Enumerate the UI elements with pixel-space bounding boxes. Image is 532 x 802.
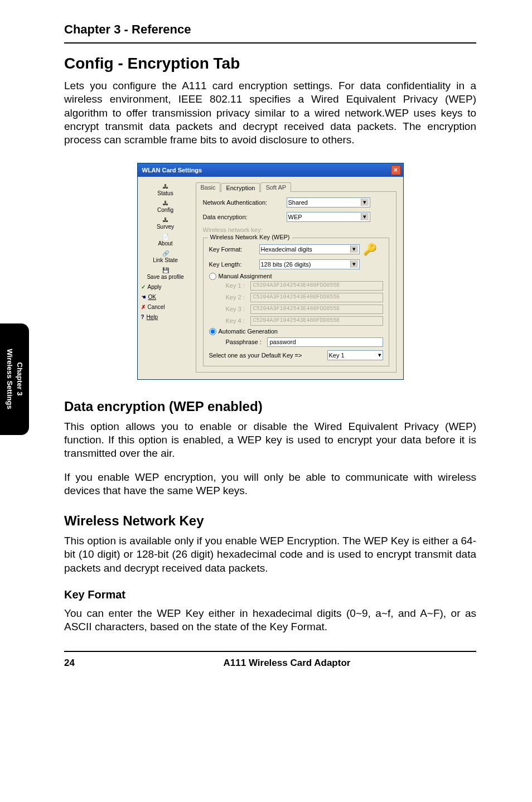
page-title: Config - Encryption Tab [64, 55, 476, 73]
key2-input: C5204A3F1042543E480FDD855E [250, 293, 383, 302]
header-divider [64, 42, 476, 44]
dialog-figure: WLAN Card Settings × 🖧 Status 🖧 Config 🖧 [64, 163, 476, 380]
sidebar-item-apply[interactable]: ✓ Apply [141, 283, 190, 291]
chevron-down-icon: ▾ [378, 351, 381, 359]
pass-label: Passphrase : [226, 339, 267, 345]
sidebar-label-status: Status [157, 190, 173, 196]
survey-icon: 🖧 [163, 217, 168, 223]
wlan-settings-dialog: WLAN Card Settings × 🖧 Status 🖧 Config 🖧 [137, 163, 404, 380]
window-title: WLAN Card Settings [142, 167, 391, 173]
sidebar-item-help[interactable]: ? Help [141, 313, 190, 321]
sidebar-label-about: About [158, 240, 172, 247]
titlebar[interactable]: WLAN Card Settings × [138, 163, 403, 177]
key-format-label: Key Format: [209, 246, 259, 253]
key-format-p: You can enter the WEP Key either in hexa… [64, 607, 476, 634]
chevron-down-icon: ▾ [361, 213, 369, 220]
save-icon: 💾 [162, 267, 169, 273]
net-auth-select[interactable]: Shared ▾ [287, 197, 370, 207]
apply-icon: ✓ [141, 284, 146, 290]
sidebar-item-config[interactable]: 🖧 Config [141, 199, 190, 214]
sidebar-label-save: Save as profile [147, 274, 183, 280]
key3-label: Key 3 : [226, 306, 250, 312]
manual-radio-row[interactable]: Manual Assignment [209, 273, 383, 280]
data-enc-select[interactable]: WEP ▾ [287, 212, 370, 222]
data-enc-label: Data encryption: [203, 214, 287, 220]
data-enc-p2: If you enable WEP encryption, you will o… [64, 471, 476, 498]
config-icon: 🖧 [163, 200, 168, 206]
heading-wnk: Wireless Network Key [64, 513, 476, 529]
side-tab: Chapter 3 Wireless Settings [0, 323, 29, 435]
chevron-down-icon: ▾ [350, 245, 358, 253]
key1-label: Key 1 : [226, 282, 250, 289]
help-icon: ? [141, 314, 144, 320]
cancel-icon: ✗ [141, 304, 146, 310]
sidebar-item-about[interactable]: 📄 About [141, 233, 190, 248]
sidebar-item-survey[interactable]: 🖧 Survey [141, 216, 190, 231]
sidebar-item-ok[interactable]: ☚ OK [141, 293, 190, 301]
about-icon: 📄 [162, 234, 169, 240]
close-icon: × [394, 166, 398, 174]
tab-strip: Basic Encryption Soft AP [196, 182, 396, 192]
footer-bar: 24 A111 Wireless Card Adaptor [64, 651, 476, 669]
tab-encryption[interactable]: Encryption [221, 183, 260, 192]
key2-label: Key 2 : [226, 294, 250, 301]
key4-input: C5204A3F1042543E480FDD855E [250, 316, 383, 326]
wnk-disabled-label: Wireless network key: [203, 226, 287, 233]
wep-legend: Wireless Network Key (WEP) [208, 234, 292, 240]
status-icon: 🖧 [163, 183, 168, 190]
pass-input[interactable]: password [267, 337, 383, 347]
key-format-select[interactable]: Hexadecimal digits ▾ [259, 244, 360, 254]
key3-input: C5204A3F1042543E480FDD855E [250, 305, 383, 314]
key-length-label: Key Length: [209, 261, 259, 268]
sidebar-label-ok: OK [148, 294, 156, 300]
key-length-select[interactable]: 128 bits (26 digits) ▾ [259, 259, 360, 269]
manual-radio[interactable] [209, 273, 216, 280]
tab-basic[interactable]: Basic [196, 182, 221, 192]
key-format-value: Hexadecimal digits [261, 246, 312, 253]
manual-label: Manual Assignment [219, 273, 272, 279]
sidebar-label-survey: Survey [157, 224, 174, 230]
key1-input: C5204A3F1042543E480FDD855E [250, 281, 383, 291]
page-number: 24 [64, 658, 98, 669]
default-key-value: Key 1 [329, 352, 345, 359]
default-key-label: Select one as your Default Key => [209, 352, 327, 359]
auto-label: Automatic Generation [219, 328, 278, 335]
sidebar-label-linkstate: Link State [153, 257, 177, 263]
sidebar-label-config: Config [157, 207, 173, 213]
sidebar-item-save[interactable]: 💾 Save as profile [141, 266, 190, 281]
dialog-sidebar: 🖧 Status 🖧 Config 🖧 Survey 📄 About [141, 180, 190, 376]
chevron-down-icon: ▾ [350, 260, 358, 268]
side-tab-text: Chapter 3 Wireless Settings [4, 349, 24, 409]
net-auth-label: Network Authentication: [203, 199, 287, 206]
net-auth-value: Shared [288, 199, 308, 206]
close-button[interactable]: × [391, 165, 401, 175]
sidebar-item-link-state[interactable]: 🔗 Link State [141, 249, 190, 264]
wep-groupbox: Wireless Network Key (WEP) Key Format: H… [203, 238, 389, 366]
auto-radio[interactable] [209, 328, 216, 335]
key-length-value: 128 bits (26 digits) [261, 261, 311, 268]
link-state-icon: 🔗 [162, 250, 169, 257]
key4-label: Key 4 : [226, 317, 250, 324]
keys-icon: 🔑 [363, 243, 377, 256]
heading-key-format: Key Format [64, 588, 476, 601]
sidebar-label-apply: Apply [148, 284, 162, 290]
sidebar-label-help: Help [147, 314, 158, 320]
ok-icon: ☚ [141, 294, 146, 300]
heading-data-encryption: Data encryption (WEP enabled) [64, 399, 476, 414]
auto-radio-row[interactable]: Automatic Generation [209, 328, 383, 335]
sidebar-item-cancel[interactable]: ✗ Cancel [141, 303, 190, 311]
side-tab-line1: Chapter 3 [16, 363, 24, 396]
wnk-p: This option is available only if you ena… [64, 534, 476, 575]
tab-softap[interactable]: Soft AP [260, 182, 291, 192]
sidebar-label-cancel: Cancel [148, 304, 165, 310]
side-tab-line2: Wireless Settings [6, 349, 14, 409]
intro-paragraph: Lets you configure the A111 card encrypt… [64, 79, 476, 147]
encryption-panel: Network Authentication: Shared ▾ Data en… [196, 191, 396, 373]
default-key-select[interactable]: Key 1 ▾ [327, 350, 383, 360]
sidebar-item-status[interactable]: 🖧 Status [141, 182, 190, 197]
data-enc-p1: This option allows you to enable or disa… [64, 420, 476, 461]
data-enc-value: WEP [288, 214, 302, 220]
footer-title: A111 Wireless Card Adaptor [98, 658, 476, 669]
chapter-header: Chapter 3 - Reference [64, 22, 476, 37]
chevron-down-icon: ▾ [361, 199, 369, 206]
